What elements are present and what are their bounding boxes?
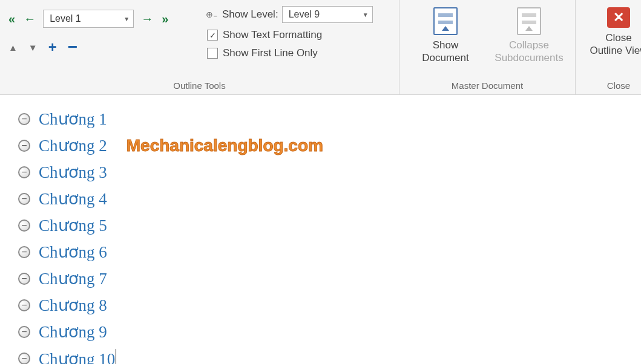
show-document-button[interactable]: Show Document: [409, 7, 482, 78]
outline-tools-body: « ← Level 1 ▼ → » ▲ ▼ + −: [4, 2, 395, 78]
show-text-formatting-label: Show Text Formatting: [223, 29, 322, 41]
heading-text[interactable]: Chương 5: [39, 216, 107, 235]
close-outline-view-label: Close Outline View: [590, 31, 641, 57]
expand-button[interactable]: +: [48, 40, 57, 54]
chevron-down-icon: ▼: [123, 16, 130, 22]
heading-text[interactable]: Chương 2: [39, 136, 107, 155]
watermark-text: Mechanicalengblog.com: [127, 136, 323, 155]
outline-row[interactable]: −Chương 7: [18, 265, 641, 292]
show-first-line-only-checkbox[interactable]: Show First Line Only: [206, 47, 386, 59]
document-icon: [433, 7, 458, 35]
move-down-button[interactable]: ▼: [28, 42, 38, 53]
text-cursor: [116, 349, 116, 365]
collapse-subdocuments-button: Collapse Subdocuments: [493, 7, 565, 78]
close-outline-view-button[interactable]: ✕ Close Outline View: [590, 7, 641, 57]
outline-bullet-icon[interactable]: −: [18, 326, 30, 338]
move-up-button[interactable]: ▲: [8, 42, 18, 53]
checkbox-unchecked-icon: [207, 48, 218, 59]
show-level-label: Show Level:: [222, 8, 278, 21]
heading-text[interactable]: Chương 3: [39, 163, 107, 182]
outline-row[interactable]: −Chương 9: [18, 319, 641, 345]
outline-bullet-icon[interactable]: −: [18, 140, 30, 152]
group-close: ✕ Close Outline View Close: [576, 0, 641, 94]
outline-row[interactable]: −Chương 4: [18, 186, 641, 212]
group-label-outline-tools: Outline Tools: [4, 78, 395, 94]
outline-row[interactable]: −Chương 8: [18, 292, 641, 319]
outline-tools-left: « ← Level 1 ▼ → » ▲ ▼ + −: [4, 2, 203, 78]
promote-to-heading1-button[interactable]: «: [7, 13, 16, 25]
heading-text[interactable]: Chương 10: [39, 349, 116, 365]
show-first-line-only-label: Show First Line Only: [223, 47, 318, 59]
heading-text[interactable]: Chương 6: [39, 242, 107, 262]
outline-row[interactable]: −Chương 10: [18, 345, 641, 364]
show-text-formatting-checkbox[interactable]: ✓ Show Text Formatting: [206, 29, 386, 41]
heading-text[interactable]: Chương 8: [39, 296, 107, 315]
group-master-document: Show Document Collapse Subdocuments Mast…: [399, 0, 576, 94]
show-level-combo[interactable]: Level 9 ▼: [282, 6, 373, 23]
outline-bullet-icon[interactable]: −: [18, 299, 30, 311]
outline-row[interactable]: −Chương 2Mechanicalengblog.com: [18, 132, 641, 159]
show-level-row: ⊕₋ Show Level: Level 9 ▼: [206, 6, 386, 23]
group-label-master-document: Master Document: [403, 78, 571, 94]
show-level-icon: ⊕₋: [206, 10, 217, 19]
chevron-down-icon: ▼: [363, 11, 369, 18]
outline-bullet-icon[interactable]: −: [18, 219, 30, 232]
close-body: ✕ Close Outline View: [579, 2, 641, 78]
collapse-subdocuments-label: Collapse Subdocuments: [495, 39, 563, 65]
show-document-label: Show Document: [422, 39, 468, 65]
outline-tools-right: ⊕₋ Show Level: Level 9 ▼ ✓ Show Text For…: [203, 2, 391, 78]
ribbon: « ← Level 1 ▼ → » ▲ ▼ + −: [0, 0, 641, 95]
promote-button[interactable]: ←: [22, 13, 37, 25]
master-document-body: Show Document Collapse Subdocuments: [403, 2, 571, 78]
outline-row[interactable]: −Chương 6: [18, 239, 641, 265]
document-area[interactable]: −Chương 1−Chương 2Mechanicalengblog.com−…: [0, 95, 641, 364]
outline-level-value: Level 1: [50, 13, 81, 24]
outline-bullet-icon[interactable]: −: [18, 166, 30, 178]
show-level-value: Level 9: [289, 9, 320, 20]
outline-row[interactable]: −Chương 3: [18, 159, 641, 186]
outline-bullet-icon[interactable]: −: [18, 246, 30, 258]
move-expand-row: ▲ ▼ + −: [7, 39, 200, 56]
group-label-close: Close: [579, 78, 641, 94]
outline-bullet-icon[interactable]: −: [18, 273, 30, 285]
outline-row[interactable]: −Chương 5: [18, 212, 641, 239]
checkbox-checked-icon: ✓: [207, 30, 218, 41]
document-collapse-icon: [517, 7, 541, 35]
outline-level-combo[interactable]: Level 1 ▼: [43, 10, 134, 28]
heading-text[interactable]: Chương 4: [39, 189, 107, 209]
outline-bullet-icon[interactable]: −: [18, 193, 30, 205]
group-outline-tools: « ← Level 1 ▼ → » ▲ ▼ + −: [0, 0, 399, 94]
promote-demote-row: « ← Level 1 ▼ → »: [7, 10, 200, 28]
outline-bullet-icon[interactable]: −: [18, 113, 30, 125]
demote-to-body-button[interactable]: »: [160, 13, 169, 25]
close-icon: ✕: [607, 7, 630, 28]
outline-row[interactable]: −Chương 1: [18, 106, 641, 132]
heading-text[interactable]: Chương 1: [39, 109, 107, 129]
outline-bullet-icon[interactable]: −: [18, 353, 30, 364]
heading-text[interactable]: Chương 9: [39, 322, 107, 342]
demote-button[interactable]: →: [140, 13, 154, 25]
collapse-button[interactable]: −: [68, 39, 77, 56]
heading-text[interactable]: Chương 7: [39, 269, 107, 288]
